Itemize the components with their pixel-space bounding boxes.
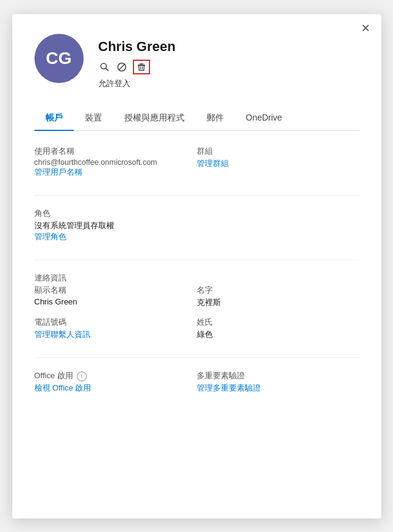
office-group: Office 啟用 i 檢視 Office 啟用 <box>34 370 197 394</box>
manage-contact[interactable]: 管理聯繫人資訊 <box>34 329 197 340</box>
user-detail-dialog: ✕ CG Chris Green <box>12 14 381 518</box>
divider-1 <box>34 195 359 196</box>
office-label: Office 啟用 <box>34 370 73 381</box>
username-email: chris@fourthcoffee.onmicrosoft.com <box>34 158 197 167</box>
phone-lastname-grid: 電話號碼 管理聯繫人資訊 姓氏 綠色 <box>34 317 359 340</box>
last-name-group: 姓氏 綠色 <box>197 317 359 340</box>
mfa-group: 多重要素驗證 管理多重要素驗證 <box>197 370 359 394</box>
manage-role[interactable]: 管理角色 <box>34 231 359 242</box>
display-name-value: Chris Green <box>34 297 197 306</box>
block-user-button[interactable] <box>116 61 128 73</box>
contact-section: 連絡資訊 顯示名稱 Chris Green 名字 克裡斯 電話號碼 管理聯繫人資… <box>34 272 359 340</box>
divider-3 <box>34 357 359 358</box>
avatar: CG <box>34 34 84 83</box>
tab-devices[interactable]: 裝置 <box>74 106 113 131</box>
phone-group: 電話號碼 管理聯繫人資訊 <box>34 317 197 340</box>
delete-icon <box>137 62 146 72</box>
block-icon <box>117 62 127 72</box>
svg-line-3 <box>119 64 125 70</box>
role-section: 角色 沒有系統管理員存取權 管理角色 <box>34 208 359 242</box>
username-label: 使用者名稱 <box>34 146 197 157</box>
manage-groups[interactable]: 管理群組 <box>197 158 359 169</box>
contact-label: 連絡資訊 <box>34 272 359 284</box>
manage-username[interactable]: 管理用戶名稱 <box>34 167 197 178</box>
groups-label: 群組 <box>197 146 359 157</box>
mfa-label: 多重要素驗證 <box>197 370 359 381</box>
tab-bar: 帳戶 裝置 授權與應用程式 郵件 OneDrive <box>34 106 359 131</box>
office-mfa-section: Office 啟用 i 檢視 Office 啟用 多重要素驗證 管理多重要素驗證 <box>34 370 359 394</box>
manage-mfa[interactable]: 管理多重要素驗證 <box>197 383 359 394</box>
divider-2 <box>34 260 359 260</box>
tab-mail[interactable]: 郵件 <box>196 106 235 131</box>
dialog-header: CG Chris Green <box>12 14 381 89</box>
phone-label: 電話號碼 <box>34 317 197 328</box>
tab-onedrive[interactable]: OneDrive <box>235 106 293 131</box>
svg-rect-5 <box>140 63 143 64</box>
first-name-label: 名字 <box>197 285 359 296</box>
svg-line-1 <box>106 68 108 71</box>
username-group: 使用者名稱 chris@fourthcoffee.onmicrosoft.com… <box>34 146 197 178</box>
first-name-group: 名字 克裡斯 <box>197 285 359 308</box>
search-user-button[interactable] <box>98 61 111 73</box>
allow-login-label: 允許登入 <box>98 78 176 89</box>
action-icons <box>98 60 176 74</box>
account-content: 使用者名稱 chris@fourthcoffee.onmicrosoft.com… <box>12 131 381 426</box>
last-name-label: 姓氏 <box>197 317 359 328</box>
search-icon <box>100 62 109 72</box>
username-groups-section: 使用者名稱 chris@fourthcoffee.onmicrosoft.com… <box>34 146 359 178</box>
user-name: Chris Green <box>98 39 176 55</box>
tab-account[interactable]: 帳戶 <box>34 106 74 131</box>
info-icon[interactable]: i <box>77 371 87 381</box>
close-button[interactable]: ✕ <box>361 23 370 34</box>
first-name-value: 克裡斯 <box>197 297 359 308</box>
role-value: 沒有系統管理員存取權 <box>34 220 359 231</box>
display-name-group: 顯示名稱 Chris Green <box>34 285 197 308</box>
view-office[interactable]: 檢視 Office 啟用 <box>34 383 197 394</box>
display-name-label: 顯示名稱 <box>34 285 197 296</box>
header-info: Chris Green <box>98 34 176 89</box>
role-label: 角色 <box>34 208 359 219</box>
tab-licenses[interactable]: 授權與應用程式 <box>113 106 196 131</box>
contact-grid: 顯示名稱 Chris Green 名字 克裡斯 <box>34 285 359 308</box>
delete-user-button[interactable] <box>133 60 150 74</box>
last-name-value: 綠色 <box>197 329 359 340</box>
groups-group: 群組 管理群組 <box>197 146 359 178</box>
